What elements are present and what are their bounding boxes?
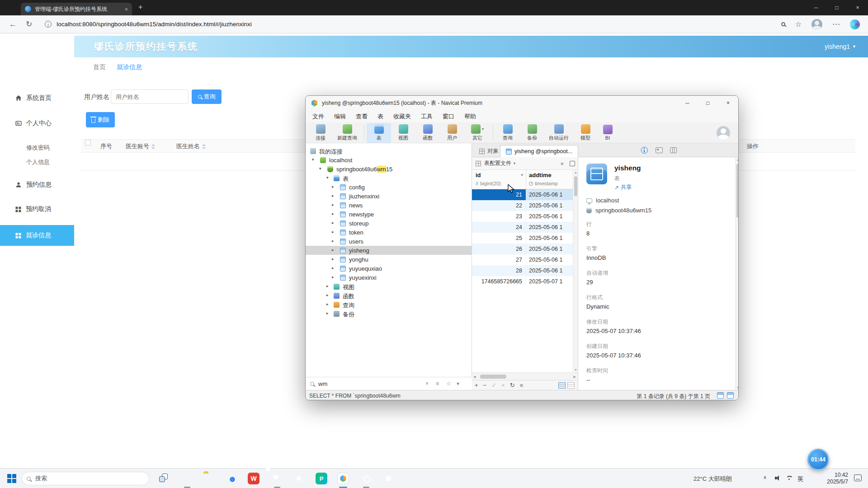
tree-table-yuyuequxiao[interactable]: ▸yuyuequxiao	[306, 264, 472, 273]
expand-arrow[interactable]: ▾	[326, 175, 329, 180]
tree-table-yuyuexinxi[interactable]: ▸yuyuexinxi	[306, 273, 472, 282]
grid-horizontal-scrollbar[interactable]: ◀ ▶	[472, 372, 577, 380]
tree-node-queries[interactable]: ▸查询	[306, 300, 472, 309]
collapse-icon[interactable]: ▾	[457, 380, 459, 387]
site-info-icon[interactable]	[45, 21, 52, 28]
grid-row[interactable]: 242025-05-06 1	[472, 222, 573, 233]
grid-row[interactable]: 17465857266652025-05-07 1	[472, 276, 573, 287]
expand-arrow[interactable]: ▾	[319, 166, 321, 171]
tree-root-connections[interactable]: 我的连接	[306, 146, 472, 155]
grid-row[interactable]: 282025-05-06 1	[472, 265, 573, 276]
column-header-id[interactable]: id ▾ #bigint(20)	[472, 170, 526, 189]
delete-button[interactable]: 删除	[86, 112, 115, 127]
grid-view-icon[interactable]	[558, 382, 566, 389]
taskbar-edge-icon[interactable]	[181, 473, 193, 484]
scroll-up-icon[interactable]: ▲	[736, 158, 739, 161]
expand-arrow[interactable]: ▸	[332, 239, 334, 243]
browser-tab[interactable]: 管理端-缪氏诊所预约挂号系统 ×	[21, 3, 132, 15]
column-sort-icon[interactable]: ▾	[521, 173, 523, 177]
grid-row[interactable]: 222025-05-06 1	[472, 200, 573, 211]
menu-file[interactable]: 文件	[307, 110, 329, 122]
taskbar-chrome-icon[interactable]	[226, 473, 237, 484]
menu-table[interactable]: 表	[373, 110, 388, 122]
expand-arrow[interactable]: ▸	[332, 230, 334, 234]
toolbar-view[interactable]: 视图	[391, 123, 415, 143]
grid-row[interactable]: 212025-05-06 1	[472, 189, 573, 200]
scrollbar-thumb[interactable]	[574, 176, 577, 196]
tree-table-yonghu[interactable]: ▸yonghu	[306, 255, 472, 264]
toolbar-table[interactable]: 表	[367, 123, 391, 143]
expand-arrow[interactable]: ▸	[332, 221, 334, 225]
taskbar-app-red-icon[interactable]	[360, 473, 372, 484]
taskbar-app-green-icon[interactable]	[382, 473, 394, 484]
scroll-up-icon[interactable]: ▲	[574, 171, 577, 174]
grid-cell[interactable]: 2025-05-06 1	[526, 254, 573, 265]
copilot-icon[interactable]	[850, 19, 860, 29]
delete-record-icon[interactable]: −	[483, 382, 487, 389]
grid-cell[interactable]: 2025-05-06 1	[526, 189, 573, 200]
new-tab-button[interactable]: +	[138, 3, 142, 11]
tree-table-yisheng-selected[interactable]: ▸yisheng	[306, 246, 472, 255]
menu-window[interactable]: 窗口	[438, 110, 459, 122]
tray-expand-icon[interactable]: ∧	[763, 474, 767, 480]
grid-cell[interactable]: 1746585726665	[472, 276, 526, 287]
taskbar-search[interactable]: 搜索	[22, 472, 149, 485]
preview-view-icon[interactable]	[656, 147, 663, 153]
grid-cell[interactable]: 2025-05-06 1	[526, 265, 573, 276]
navicat-close-button[interactable]: ×	[718, 96, 738, 110]
grid-cell[interactable]: 2025-05-06 1	[526, 211, 573, 222]
tree-node-views[interactable]: ▸视图	[306, 282, 472, 291]
discard-icon[interactable]: ×	[501, 382, 505, 389]
column-header-name[interactable]: 医生姓名	[176, 140, 206, 153]
tree-table-config[interactable]: ▸config	[306, 183, 472, 192]
scrollbar-thumb[interactable]	[480, 375, 506, 379]
grid-cell[interactable]: 26	[472, 244, 526, 254]
ime-indicator[interactable]: 英	[797, 475, 803, 483]
task-view-button[interactable]	[159, 474, 169, 483]
browser-minimize-button[interactable]: ─	[806, 0, 826, 15]
scroll-right-icon[interactable]: ▶	[574, 375, 576, 379]
tree-table-token[interactable]: ▸token	[306, 228, 472, 237]
grid-vertical-scrollbar[interactable]: ▲ ▼	[573, 170, 577, 372]
menu-view[interactable]: 查看	[351, 110, 373, 122]
tab-close-icon[interactable]: ×	[124, 6, 128, 13]
grid-row[interactable]: 232025-05-06 1	[472, 211, 573, 222]
profile-selector[interactable]: 表配置文件	[484, 160, 511, 167]
tree-node-localhost[interactable]: ▾ localhost	[306, 155, 472, 164]
zoom-icon[interactable]	[781, 22, 785, 26]
menu-tools[interactable]: 工具	[416, 110, 438, 122]
address-bar[interactable]: localhost:8080/springboot48u6wm15/admin/…	[57, 21, 252, 28]
expand-arrow[interactable]: ▸	[332, 248, 334, 252]
expand-arrow[interactable]: ▸	[332, 266, 334, 270]
sidebar-item-profile-center[interactable]: 个人中心	[0, 117, 74, 130]
expand-arrow[interactable]: ▸	[332, 184, 334, 189]
notification-center-icon[interactable]	[854, 474, 862, 481]
form-view-icon[interactable]	[567, 382, 575, 389]
tree-table-storeup[interactable]: ▸storeup	[306, 219, 472, 228]
grid-row[interactable]: 262025-05-06 1	[472, 244, 573, 254]
taskbar-explorer-icon[interactable]	[203, 473, 215, 484]
expand-arrow[interactable]: ▸	[332, 211, 334, 216]
apply-icon[interactable]: ✓	[491, 382, 496, 389]
scroll-left-icon[interactable]: ◀	[473, 375, 476, 379]
scroll-down-icon[interactable]: ▼	[736, 386, 739, 389]
back-icon[interactable]: ←	[9, 20, 17, 29]
grid-cell[interactable]: 22	[472, 200, 526, 211]
sidebar-item-visit-info[interactable]: 就诊信息	[0, 225, 74, 246]
tree-table-jiuzhenxinxi[interactable]: ▸jiuzhenxinxi	[306, 192, 472, 201]
browser-close-button[interactable]: ×	[847, 0, 868, 15]
taskbar-pycharm-icon[interactable]: P	[316, 473, 327, 484]
column-header-account[interactable]: 医生账号	[126, 140, 155, 153]
start-button[interactable]	[7, 474, 16, 483]
expand-arrow[interactable]: ▸	[332, 193, 334, 198]
info-vertical-scrollbar[interactable]: ▲ ▼	[735, 157, 739, 390]
weather-widget[interactable]: 22°C 大部晴朗	[693, 475, 732, 483]
user-menu[interactable]: yisheng1 ▼	[825, 43, 856, 50]
navicat-window[interactable]: yisheng @springboot48u6wm15 (localhost) …	[305, 95, 739, 400]
grid-cell[interactable]: 25	[472, 233, 526, 244]
sort-icon[interactable]	[151, 144, 155, 149]
taskbar-wechat-icon[interactable]	[271, 473, 283, 484]
favorite-star-icon[interactable]: ☆	[795, 20, 802, 28]
refresh-icon[interactable]: ↻	[510, 382, 515, 389]
toolbar-automation[interactable]: 自动运行	[544, 123, 573, 143]
